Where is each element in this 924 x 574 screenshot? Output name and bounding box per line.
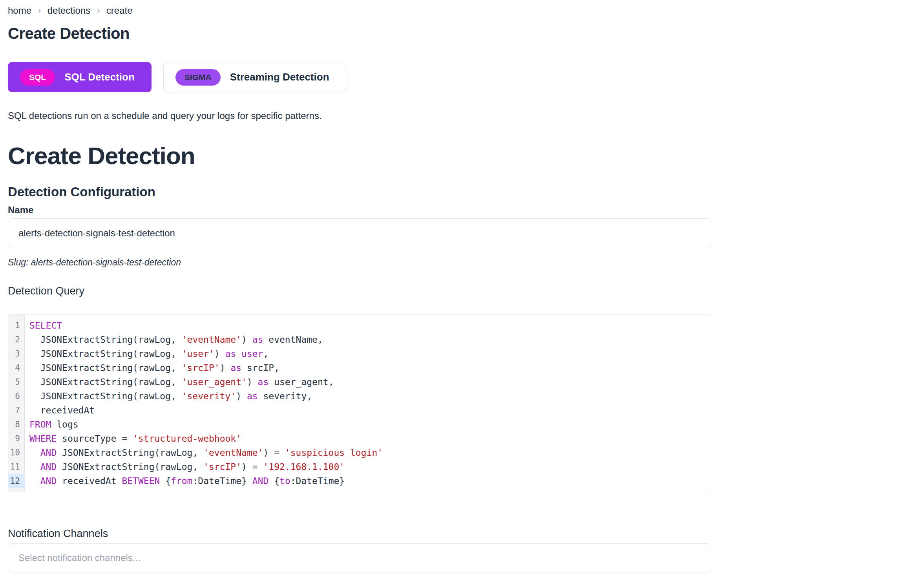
line-number: 3 <box>8 347 25 361</box>
code-token: receivedAt <box>57 476 122 486</box>
editor-line: 2 JSONExtractString(rawLog, 'eventName')… <box>8 333 711 347</box>
code-token: sourceType = <box>57 433 133 444</box>
code-token: :DateTime} <box>290 476 345 486</box>
code-token: as <box>230 363 241 373</box>
type-description: SQL detections run on a schedule and que… <box>8 110 711 122</box>
code-line: JSONExtractString(rawLog, 'srcIP') as sr… <box>25 361 279 375</box>
editor-line: 9WHERE sourceType = 'structured-webhook' <box>8 431 711 446</box>
name-label: Name <box>8 204 711 216</box>
code-token <box>29 462 40 472</box>
code-line: SELECT <box>25 318 62 333</box>
code-token: eventName, <box>263 335 323 345</box>
code-line: JSONExtractString(rawLog, 'user') as use… <box>25 347 268 361</box>
code-token: ) <box>241 335 252 345</box>
code-line: JSONExtractString(rawLog, 'user_agent') … <box>25 375 334 389</box>
code-token: ) = <box>263 448 285 458</box>
code-token: 'suspicious_login' <box>285 448 383 458</box>
line-number: 8 <box>8 417 25 431</box>
code-token: AND <box>252 476 269 486</box>
line-number: 2 <box>8 333 25 347</box>
line-number: 4 <box>8 361 25 375</box>
code-token: 'user_agent' <box>182 377 247 387</box>
code-line: JSONExtractString(rawLog, 'severity') as… <box>25 389 312 403</box>
code-token: JSONExtractString(rawLog, <box>57 462 203 472</box>
create-detection-page: home›detections›create Create Detection … <box>8 5 711 572</box>
name-input[interactable] <box>8 218 711 248</box>
editor-line: 5 JSONExtractString(rawLog, 'user_agent'… <box>8 375 711 389</box>
code-token: srcIP, <box>241 363 279 373</box>
editor-line: 6 JSONExtractString(rawLog, 'severity') … <box>8 389 711 403</box>
code-token: to <box>279 476 290 486</box>
breadcrumb-item-create: create <box>106 5 133 16</box>
code-token: 'user' <box>182 349 214 359</box>
breadcrumb-item-detections[interactable]: detections <box>47 5 90 16</box>
code-token: 'eventName' <box>203 448 263 458</box>
editor-line: 1SELECT <box>8 318 711 333</box>
line-number: 6 <box>8 389 25 403</box>
code-token: ) = <box>241 462 263 472</box>
code-line: AND JSONExtractString(rawLog, 'srcIP') =… <box>25 460 345 474</box>
code-token: JSONExtractString(rawLog, <box>29 377 182 387</box>
code-token: AND <box>40 448 57 458</box>
code-token: AND <box>40 476 57 486</box>
editor-line: 12 AND receivedAt BETWEEN {from:DateTime… <box>8 474 711 488</box>
code-line: WHERE sourceType = 'structured-webhook' <box>25 431 241 446</box>
code-token: user <box>241 349 263 359</box>
code-line: FROM logs <box>25 417 79 431</box>
code-token: :DateTime} <box>192 476 252 486</box>
line-number: 1 <box>8 318 25 333</box>
code-token <box>29 476 40 486</box>
code-token: ) <box>220 363 231 373</box>
detection-type-selector: SQLSQL DetectionSIGMAStreaming Detection <box>8 62 711 92</box>
line-number: 7 <box>8 403 25 417</box>
code-token: as <box>252 335 263 345</box>
breadcrumb-item-home[interactable]: home <box>8 5 31 16</box>
editor-line: 4 JSONExtractString(rawLog, 'srcIP') as … <box>8 361 711 375</box>
code-token: JSONExtractString(rawLog, <box>29 363 182 373</box>
code-line: JSONExtractString(rawLog, 'eventName') a… <box>25 333 323 347</box>
editor-line: 8FROM logs <box>8 417 711 431</box>
code-token: as <box>258 377 269 387</box>
code-token: receivedAt <box>29 405 95 415</box>
code-token: { <box>268 476 279 486</box>
code-token: user_agent, <box>268 377 334 387</box>
type-button-sigma[interactable]: SIGMAStreaming Detection <box>163 62 346 92</box>
code-token: JSONExtractString(rawLog, <box>57 448 203 458</box>
sql-query-editor[interactable]: 1SELECT2 JSONExtractString(rawLog, 'even… <box>8 314 711 492</box>
page-title: Create Detection <box>8 24 711 43</box>
code-token: logs <box>51 419 78 430</box>
code-token: 'srcIP' <box>182 363 220 373</box>
line-number: 5 <box>8 375 25 389</box>
code-token: '192.168.1.100' <box>263 462 345 472</box>
section-heading-detection-configuration: Detection Configuration <box>8 184 711 200</box>
code-token <box>29 448 40 458</box>
code-line: AND receivedAt BETWEEN {from:DateTime} A… <box>25 474 345 488</box>
channels-select-input[interactable] <box>8 543 711 572</box>
code-line: receivedAt <box>25 403 95 417</box>
code-token: AND <box>40 462 57 472</box>
breadcrumb-separator-icon: › <box>38 5 41 15</box>
code-token: from <box>171 476 192 486</box>
query-label: Detection Query <box>8 284 711 298</box>
code-line: AND JSONExtractString(rawLog, 'eventName… <box>25 446 383 460</box>
type-button-sql[interactable]: SQLSQL Detection <box>8 62 152 92</box>
slug-text: Slug: alerts-detection-signals-test-dete… <box>8 257 711 268</box>
code-token: 'severity' <box>182 391 236 401</box>
code-token: ) <box>247 377 258 387</box>
code-token: severity, <box>258 391 312 401</box>
line-number: 10 <box>8 446 25 460</box>
editor-line: 7 receivedAt <box>8 403 711 417</box>
code-token: , <box>263 349 268 359</box>
sql-badge: SQL <box>20 69 55 86</box>
breadcrumb: home›detections›create <box>8 5 711 16</box>
sigma-badge: SIGMA <box>175 69 221 86</box>
code-token: WHERE <box>29 433 57 444</box>
code-token: BETWEEN <box>122 476 160 486</box>
code-token: { <box>160 476 171 486</box>
editor-line: 3 JSONExtractString(rawLog, 'user') as u… <box>8 347 711 361</box>
line-number: 12 <box>8 474 25 488</box>
code-token: SELECT <box>29 320 62 331</box>
code-token: 'eventName' <box>182 335 241 345</box>
code-token: 'structured-webhook' <box>133 433 241 444</box>
code-token <box>236 349 241 359</box>
